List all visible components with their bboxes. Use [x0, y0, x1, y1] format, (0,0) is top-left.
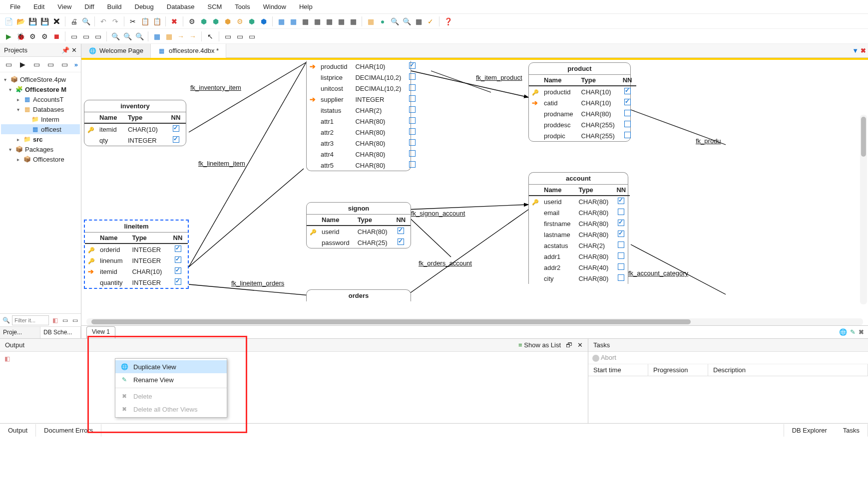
canvas-vscroll[interactable] — [860, 115, 867, 304]
rel1-icon[interactable]: → — [175, 31, 186, 42]
tree-tb2-icon[interactable]: ▶ — [17, 59, 28, 70]
fk-lineitem-item[interactable]: fk_lineitem_item — [198, 160, 245, 167]
menu-debug[interactable]: Debug — [129, 1, 160, 12]
filter-opt-icon[interactable]: ▭ — [61, 316, 69, 324]
tbl-icon3[interactable]: ▦ — [300, 16, 311, 27]
close-file-icon[interactable]: 🗙 — [51, 16, 62, 27]
tree-pkg-officestore[interactable]: Officestore — [33, 156, 64, 163]
undo-icon[interactable]: ↶ — [98, 16, 109, 27]
db-icon5[interactable]: ⚙ — [234, 16, 245, 27]
nn-checkbox[interactable] — [618, 274, 624, 281]
table-item-partial[interactable]: ➔productidCHAR(10)listpriceDECIMAL(10,2)… — [306, 61, 411, 171]
tree-accounts[interactable]: AccountsT — [33, 96, 63, 103]
paste-icon[interactable]: 📋 — [151, 16, 162, 27]
tree-officest[interactable]: officest — [41, 126, 61, 133]
nn-checkbox[interactable] — [175, 245, 181, 252]
output-close-icon[interactable]: ✕ — [577, 341, 583, 349]
tbl-icon5[interactable]: ▦ — [324, 16, 335, 27]
filter-opt2-icon[interactable]: ▭ — [71, 316, 79, 324]
nn-checkbox[interactable] — [618, 209, 624, 215]
menu-build[interactable]: Build — [101, 1, 128, 12]
tree-more-icon[interactable]: » — [74, 61, 78, 68]
db-icon7[interactable]: ⬢ — [258, 16, 269, 27]
fk-item-product[interactable]: fk_item_product — [476, 74, 522, 81]
nn-checkbox[interactable] — [409, 139, 416, 146]
tree-tb3-icon[interactable]: ▭ — [31, 59, 42, 70]
build-icon[interactable]: ⚙ — [27, 31, 38, 42]
nn-checkbox[interactable] — [409, 161, 416, 168]
fk-signon-account[interactable]: fk_signon_account — [411, 210, 465, 217]
menu-edit[interactable]: Edit — [27, 1, 50, 12]
delete-icon[interactable]: ✖ — [169, 16, 180, 27]
table-add-icon[interactable]: ▦ — [163, 31, 174, 42]
tab-nav-icon[interactable]: ▼ — [852, 47, 859, 54]
copy-icon[interactable]: 📋 — [139, 16, 150, 27]
nn-checkbox[interactable] — [409, 62, 416, 69]
close-panel-icon[interactable]: ✕ — [71, 46, 77, 54]
tab-close-icon[interactable]: ✖ — [861, 47, 866, 54]
redo-icon[interactable]: ↷ — [110, 16, 121, 27]
fk-lineitem-orders[interactable]: fk_lineitem_orders — [231, 279, 284, 287]
nn-checkbox[interactable] — [618, 263, 624, 270]
nn-checkbox[interactable] — [624, 110, 631, 116]
left-tab-dbschema[interactable]: DB Sche... — [40, 327, 81, 338]
nn-checkbox[interactable] — [618, 220, 624, 226]
tree-databases[interactable]: Databases — [33, 106, 64, 113]
open-icon[interactable]: 📂 — [15, 16, 26, 27]
db-diagram-canvas[interactable]: fk_inventory_item fk_lineitem_item fk_li… — [81, 60, 868, 325]
nn-checkbox[interactable] — [618, 231, 624, 237]
tasks-col-desc[interactable]: Description — [708, 364, 868, 376]
zoom-icon1[interactable]: ▭ — [68, 31, 79, 42]
menu-database[interactable]: Database — [161, 1, 201, 12]
help-icon[interactable]: ❓ — [442, 16, 453, 27]
save-all-icon[interactable]: 💾 — [39, 16, 50, 27]
db-icon3[interactable]: ⬢ — [210, 16, 221, 27]
left-tab-projects[interactable]: Proje... — [0, 327, 40, 338]
ctx-rename-view[interactable]: ✎ Rename View — [115, 373, 227, 386]
search-icon[interactable]: 🔍 — [80, 16, 91, 27]
nn-checkbox[interactable] — [398, 228, 404, 234]
cut-icon[interactable]: ✂ — [127, 16, 138, 27]
new-file-icon[interactable]: 📄 — [3, 16, 14, 27]
stop-icon[interactable]: ⏹ — [51, 31, 62, 42]
table-inventory[interactable]: inventory NameTypeNN 🔑itemidCHAR(10)qtyI… — [84, 100, 186, 146]
grp-icon2[interactable]: ● — [377, 16, 388, 27]
ctx-duplicate-view[interactable]: 🌐 Duplicate View — [115, 360, 227, 373]
nn-checkbox[interactable] — [618, 252, 624, 259]
db-icon6[interactable]: ⬢ — [246, 16, 257, 27]
tbl-icon6[interactable]: ▦ — [336, 16, 347, 27]
table-signon[interactable]: signon NameTypeNN 🔑useridCHAR(80)passwor… — [306, 202, 411, 248]
nn-checkbox[interactable] — [398, 239, 404, 245]
zoomfit-icon[interactable]: 🔍 — [134, 31, 145, 42]
eraser-icon[interactable]: ◧ — [3, 355, 11, 363]
fk-inventory-item[interactable]: fk_inventory_item — [190, 84, 241, 91]
zoomin-icon[interactable]: 🔍 — [122, 31, 133, 42]
nn-checkbox[interactable] — [409, 106, 416, 113]
nn-checkbox[interactable] — [624, 121, 631, 127]
footer-tasks[interactable]: Tasks — [835, 424, 868, 437]
rel2-icon[interactable]: → — [187, 31, 198, 42]
grp-icon5[interactable]: ▦ — [413, 16, 424, 27]
canvas-hscroll[interactable] — [86, 318, 863, 325]
zoom-icon3[interactable]: ▭ — [92, 31, 103, 42]
nn-checkbox[interactable] — [175, 256, 181, 263]
view-close-icon[interactable]: ✖ — [859, 328, 864, 336]
tbl-icon2[interactable]: ▦ — [288, 16, 299, 27]
pin-icon[interactable]: 📌 — [61, 46, 69, 54]
tbl-icon7[interactable]: ▦ — [348, 16, 359, 27]
menu-file[interactable]: File — [4, 1, 26, 12]
fk-account-category[interactable]: fk_account_category — [628, 269, 688, 277]
tree-root[interactable]: OfficeStore.4pw — [20, 76, 66, 83]
menu-help[interactable]: Help — [293, 1, 319, 12]
footer-output[interactable]: Output — [0, 424, 36, 437]
output-restore-icon[interactable]: 🗗 — [566, 341, 572, 349]
print-icon[interactable]: 🖨 — [68, 16, 79, 27]
build2-icon[interactable]: ⚙ — [39, 31, 50, 42]
nn-checkbox[interactable] — [409, 117, 416, 124]
db-icon2[interactable]: ⬢ — [198, 16, 209, 27]
nn-checkbox[interactable] — [624, 132, 631, 138]
nn-checkbox[interactable] — [173, 136, 179, 143]
nn-checkbox[interactable] — [409, 150, 416, 157]
nn-checkbox[interactable] — [618, 198, 624, 204]
grp-icon6[interactable]: ✓ — [425, 16, 436, 27]
